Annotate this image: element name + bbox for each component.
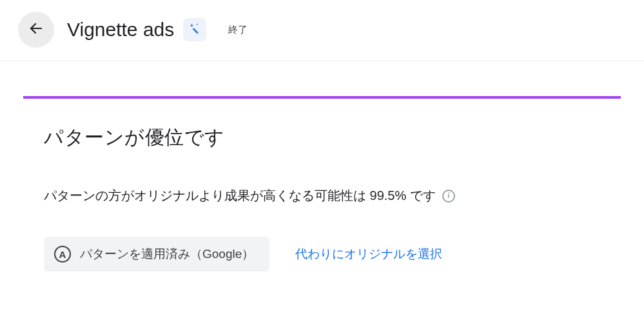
result-card: パターンが優位です パターンの方がオリジナルより成果が高くなる可能性は 99.5… <box>23 96 621 297</box>
back-button[interactable] <box>18 12 54 48</box>
card-subtext-row: パターンの方がオリジナルより成果が高くなる可能性は 99.5% です i <box>44 187 600 204</box>
applied-label: パターンを適用済み（Google） <box>80 246 254 263</box>
svg-rect-1 <box>193 28 199 34</box>
card-heading: パターンが優位です <box>44 124 600 151</box>
magic-wand-button[interactable] <box>183 18 206 41</box>
page-header: Vignette ads 終了 <box>0 0 644 61</box>
select-original-link[interactable]: 代わりにオリジナルを選択 <box>295 246 442 263</box>
arrow-left-icon <box>28 21 44 39</box>
content-area: パターンが優位です パターンの方がオリジナルより成果が高くなる可能性は 99.5… <box>0 61 644 297</box>
action-row: A パターンを適用済み（Google） 代わりにオリジナルを選択 <box>44 237 600 272</box>
applied-status-pill: A パターンを適用済み（Google） <box>44 237 269 272</box>
info-icon[interactable]: i <box>442 190 455 203</box>
variant-a-icon: A <box>54 246 71 263</box>
card-subtext: パターンの方がオリジナルより成果が高くなる可能性は 99.5% です <box>44 187 436 204</box>
magic-wand-icon <box>188 22 201 37</box>
page-title: Vignette ads <box>67 19 174 41</box>
status-badge: 終了 <box>220 20 255 40</box>
